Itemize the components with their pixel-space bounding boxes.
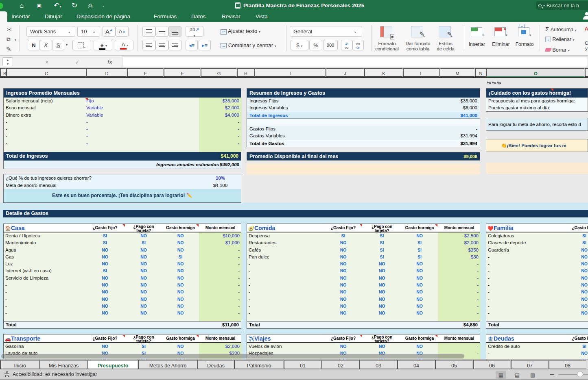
column-header[interactable]: N — [475, 68, 486, 77]
expense-row[interactable]: -NONONO- — [247, 267, 480, 274]
sheet-tab[interactable]: 07 — [511, 360, 549, 369]
autosum-button[interactable]: Σ Autosuma ▾ — [543, 24, 587, 33]
column-header[interactable]: J — [326, 68, 364, 77]
borders-button[interactable]: ▾ — [72, 40, 91, 50]
column-header[interactable]: C — [6, 68, 86, 77]
format-cells-label[interactable]: Formato — [512, 41, 537, 48]
copy-button[interactable]: ⧉ — [3, 35, 14, 44]
sort-filter-icon[interactable]: A — [585, 26, 588, 32]
font-size-select[interactable]: 10▾ — [77, 26, 100, 37]
expense-row[interactable]: -NONONO- — [4, 310, 241, 317]
expense-row[interactable]: CafésNOSISI$350 — [247, 247, 480, 254]
savings-question-row[interactable]: ¿Qué % de tus ingresos quieres ahorrar?1… — [4, 174, 241, 182]
decrease-indent-button[interactable]: ◂≡ — [186, 40, 198, 50]
column-header[interactable]: H — [237, 68, 254, 77]
zoom-out-icon[interactable] — [550, 374, 554, 375]
resumen-row[interactable]: Ingresos Variables$6,000 — [247, 104, 480, 111]
ingresos-row[interactable]: Dinero extraVariable$4,000 — [4, 112, 241, 119]
delete-cells-button[interactable]: ×▾ — [491, 25, 511, 39]
fill-button[interactable]: ↓ Rellenar ▾ — [543, 35, 584, 44]
cancel-icon[interactable]: × — [43, 57, 51, 66]
home-icon[interactable]: ⌂ — [18, 1, 25, 11]
sheet-tab[interactable]: 05 — [435, 360, 473, 369]
align-left-button[interactable] — [142, 40, 155, 50]
toolbar-options-icon[interactable]: ᭺ — [101, 1, 108, 11]
sheet-tab[interactable]: 02 — [321, 360, 359, 369]
column-header[interactable]: F — [164, 68, 201, 77]
cell-styles-label[interactable]: Estilosde celda — [428, 41, 463, 52]
decrease-decimal-button[interactable]: 000▸ — [352, 40, 364, 50]
font-color-button[interactable]: A▾ — [115, 40, 133, 50]
sheet-tab[interactable]: Metas de Ahorro — [138, 360, 197, 369]
column-header[interactable]: B — [0, 68, 6, 77]
expense-row[interactable]: -NONONO- — [247, 275, 480, 282]
align-top-button[interactable] — [142, 26, 155, 37]
expense-row[interactable]: Servicio de LimpiezaNONONO- — [4, 275, 241, 282]
expense-row[interactable]: -NO — [486, 261, 588, 267]
sort-filter-label[interactable]: Cy — [585, 41, 588, 51]
redo-icon[interactable]: ↻ — [70, 1, 79, 11]
sheet-tab[interactable]: Mis Finanzas — [39, 360, 87, 369]
cell-styles-button[interactable]: ✎▾ — [433, 24, 458, 40]
conditional-formatting-label[interactable]: Formatocondicional — [369, 41, 404, 52]
share-person-icon[interactable] — [583, 12, 588, 20]
resumen-row[interactable]: Total de Ingresos$41,000 — [247, 112, 480, 119]
tab-inicio-partial[interactable] — [0, 11, 7, 22]
align-middle-button[interactable] — [155, 26, 168, 37]
merge-center-button[interactable]: ↔ Combinar y centrar ▾ — [218, 41, 287, 50]
underline-caret[interactable]: ▾ — [66, 43, 68, 47]
sheet-tab[interactable]: Inicio — [0, 360, 39, 369]
column-header[interactable]: D — [86, 68, 127, 77]
ingresos-row[interactable]: --- — [4, 132, 241, 139]
page-break-view-icon[interactable]: ▥ — [527, 371, 538, 379]
expense-row[interactable]: GasolinaNOSINO$2,000 — [4, 343, 241, 350]
familia-total-row[interactable]: Total — [486, 321, 588, 328]
sheet-tab[interactable]: 04 — [397, 360, 435, 369]
format-cells-button[interactable]: |↔|▾ — [514, 25, 535, 39]
ribbon-tab[interactable]: Dibujar — [45, 11, 62, 22]
expense-row[interactable]: -NONONO- — [247, 289, 480, 295]
format-painter-button[interactable]: ✎ — [3, 45, 14, 54]
expense-row[interactable]: MantenimientoSISINO$1,000 — [4, 239, 241, 246]
expense-row[interactable]: -NO — [486, 267, 588, 274]
window-traffic-light[interactable] — [0, 3, 3, 9]
ribbon-tab[interactable]: Revisar — [222, 11, 240, 22]
expense-row[interactable]: LuzNONONO- — [4, 261, 241, 267]
expense-row[interactable]: Pan dulceNOSISI$30 — [247, 254, 480, 261]
increase-indent-button[interactable]: ▸≡ — [199, 40, 211, 50]
expense-row[interactable]: GasNONOSI- — [4, 254, 241, 261]
save-icon[interactable]: ▣ — [35, 1, 43, 11]
column-header[interactable]: O — [486, 68, 585, 77]
fill-color-button[interactable]: ◈▾ — [94, 40, 112, 50]
expense-row[interactable]: Renta / HipotecaSINONO$10,000 — [4, 232, 241, 239]
expense-row[interactable]: Vuelos de aviónNONONO- — [247, 343, 480, 350]
bold-button[interactable]: N — [28, 40, 40, 50]
sheet-tab[interactable]: 08 — [549, 360, 586, 369]
ingresos-row[interactable]: Bono mensualVariable$2,000 — [4, 104, 241, 111]
expense-row[interactable]: -NO — [486, 254, 588, 261]
number-format-select[interactable]: General▾ — [290, 26, 362, 37]
column-header[interactable]: E — [127, 68, 164, 77]
ingresos-annual-row[interactable]: Ingresos anuales estimados$492,000 — [4, 161, 241, 169]
ribbon-tab[interactable]: Disposición de página — [77, 11, 130, 22]
expense-row[interactable]: -NO — [486, 303, 588, 310]
resumen-row[interactable] — [247, 119, 480, 126]
expense-row[interactable]: -NO — [486, 275, 588, 282]
sheet-tab[interactable]: 06 — [473, 360, 511, 369]
expense-row[interactable]: -NO — [486, 350, 588, 357]
column-header[interactable]: P — [585, 68, 588, 77]
savings-meta-row[interactable]: Meta de ahorro mensual$4,100 — [4, 182, 241, 189]
expense-row[interactable]: DespensaSISINO$2,500 — [247, 232, 480, 239]
align-center-button[interactable] — [155, 40, 168, 50]
horizontal-scrollbar[interactable] — [1, 354, 465, 359]
formula-input[interactable] — [122, 56, 588, 67]
italic-button[interactable]: K — [40, 40, 52, 50]
resumen-row[interactable]: Ingresos Fijos$35,000 — [247, 98, 480, 104]
expense-row[interactable]: Internet (wi-fi en casa)SINONO- — [4, 267, 241, 274]
resumen-row[interactable]: Gastos Variables$31,994 — [247, 132, 480, 139]
expense-row[interactable]: -NO — [486, 289, 588, 295]
page-layout-view-icon[interactable]: ▤ — [512, 371, 522, 379]
conditional-formatting-button[interactable]: ≠▾ — [374, 24, 400, 40]
column-header[interactable]: M — [439, 68, 475, 77]
insert-function-icon[interactable]: fx — [105, 57, 115, 66]
